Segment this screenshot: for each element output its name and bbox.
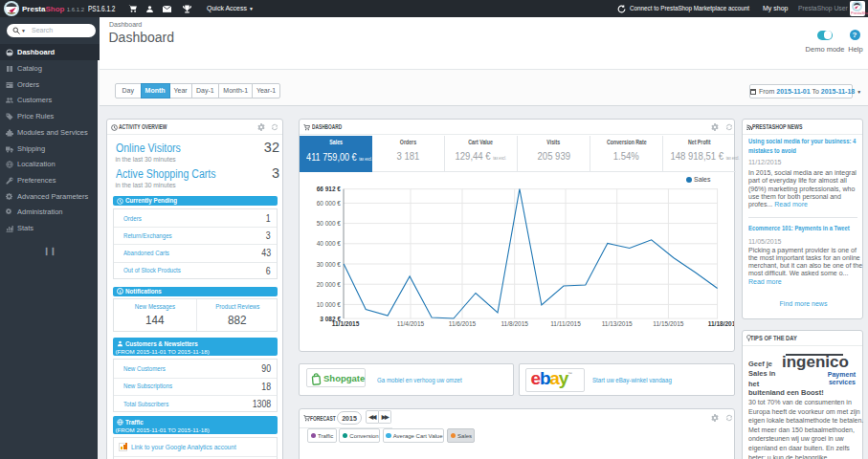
svg-text:50 000 €: 50 000 € [317,220,342,227]
svg-text:40 000 €: 40 000 € [317,240,342,247]
svg-text:11/6/2015: 11/6/2015 [449,320,477,327]
svg-text:20 000 €: 20 000 € [317,281,342,288]
svg-text:60 000 €: 60 000 € [317,200,342,207]
svg-text:11/1/2015: 11/1/2015 [332,320,360,327]
svg-text:11/8/2015: 11/8/2015 [501,320,528,327]
svg-text:11/15/2015: 11/15/2015 [653,320,683,327]
svg-text:11/4/2015: 11/4/2015 [397,320,425,327]
svg-text:66 912 €: 66 912 € [317,186,342,192]
svg-text:30 000 €: 30 000 € [317,261,342,268]
svg-text:11/13/2015: 11/13/2015 [602,320,633,327]
svg-text:10 000 €: 10 000 € [317,301,342,308]
svg-text:11/11/2015: 11/11/2015 [550,320,581,327]
svg-text:11/18/201: 11/18/201 [708,320,734,327]
